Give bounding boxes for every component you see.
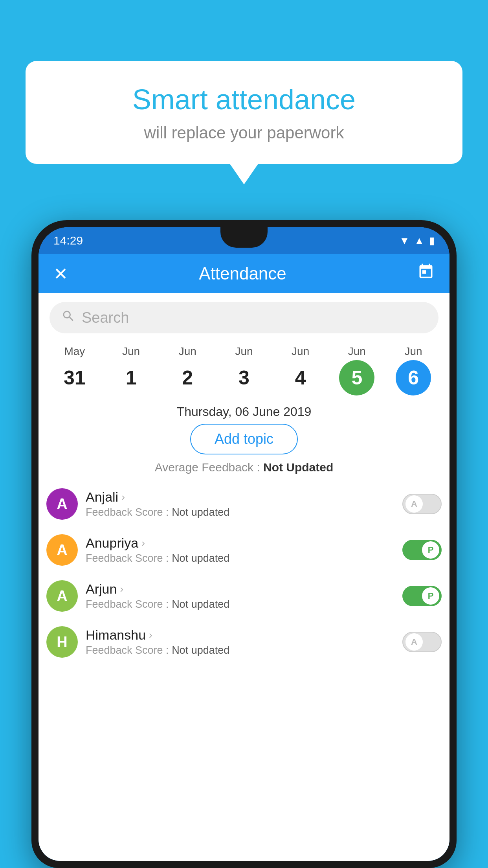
calendar-day[interactable]: Jun5: [339, 345, 374, 395]
student-item[interactable]: AAnupriya ›Feedback Score : Not updatedP: [46, 527, 442, 573]
calendar-day[interactable]: Jun4: [283, 345, 318, 395]
cal-date-number: 2: [170, 360, 205, 395]
app-bar: ✕ Attendance: [39, 254, 449, 293]
search-input-placeholder: Search: [82, 309, 129, 326]
status-time: 14:29: [53, 234, 83, 247]
content-area: Search May31Jun1Jun2Jun3Jun4Jun5Jun6 Thu…: [39, 293, 449, 861]
student-feedback: Feedback Score : Not updated: [86, 644, 394, 657]
speech-bubble-container: Smart attendance will replace your paper…: [26, 61, 462, 164]
toggle-knob: A: [405, 633, 423, 651]
calendar-strip: May31Jun1Jun2Jun3Jun4Jun5Jun6: [39, 337, 449, 397]
calendar-day[interactable]: Jun6: [396, 345, 431, 395]
toggle-knob: P: [422, 587, 439, 605]
calendar-day[interactable]: May31: [57, 345, 92, 395]
cal-month-label: Jun: [404, 345, 422, 358]
bubble-title: Smart attendance: [49, 83, 439, 116]
student-feedback: Feedback Score : Not updated: [86, 506, 394, 519]
attendance-toggle[interactable]: A: [402, 632, 442, 652]
average-feedback: Average Feedback : Not Updated: [39, 461, 449, 474]
student-item[interactable]: AArjun ›Feedback Score : Not updatedP: [46, 573, 442, 619]
app-bar-title: Attendance: [199, 264, 286, 283]
calendar-day[interactable]: Jun3: [226, 345, 262, 395]
cal-date-number: 31: [57, 360, 92, 395]
chevron-icon: ›: [120, 583, 123, 595]
student-item[interactable]: AAnjali ›Feedback Score : Not updatedA: [46, 481, 442, 527]
search-icon: [61, 309, 75, 327]
cal-date-number: 5: [339, 360, 374, 395]
avatar: H: [46, 626, 78, 658]
cal-date-number: 4: [283, 360, 318, 395]
calendar-day[interactable]: Jun2: [170, 345, 205, 395]
student-name: Himanshu ›: [86, 627, 394, 643]
student-list: AAnjali ›Feedback Score : Not updatedAAA…: [39, 481, 449, 665]
student-name: Arjun ›: [86, 581, 394, 597]
chevron-icon: ›: [141, 537, 145, 549]
student-info: Himanshu ›Feedback Score : Not updated: [86, 627, 394, 657]
cal-month-label: Jun: [235, 345, 253, 358]
signal-icon: ▲: [414, 235, 424, 247]
cal-month-label: Jun: [292, 345, 309, 358]
bubble-subtitle: will replace your paperwork: [49, 123, 439, 142]
phone-frame: 14:29 ▼ ▲ ▮ ✕ Attendance: [31, 220, 457, 868]
student-info: Arjun ›Feedback Score : Not updated: [86, 581, 394, 611]
avg-feedback-label: Average Feedback :: [155, 461, 260, 474]
calendar-icon[interactable]: [417, 263, 435, 284]
battery-icon: ▮: [429, 235, 435, 247]
student-feedback: Feedback Score : Not updated: [86, 598, 394, 611]
student-name: Anjali ›: [86, 489, 394, 505]
cal-date-number: 6: [396, 360, 431, 395]
student-feedback: Feedback Score : Not updated: [86, 552, 394, 565]
student-info: Anjali ›Feedback Score : Not updated: [86, 489, 394, 519]
cal-month-label: May: [64, 345, 85, 358]
chevron-icon: ›: [149, 629, 152, 641]
student-item[interactable]: HHimanshu ›Feedback Score : Not updatedA: [46, 619, 442, 665]
avatar: A: [46, 580, 78, 612]
selected-date-label: Thursday, 06 June 2019: [39, 397, 449, 424]
cal-month-label: Jun: [122, 345, 140, 358]
cal-date-number: 1: [114, 360, 149, 395]
search-bar[interactable]: Search: [50, 302, 438, 333]
cal-date-number: 3: [226, 360, 262, 395]
phone-notch: [220, 227, 268, 248]
student-name: Anupriya ›: [86, 535, 394, 551]
avg-feedback-value: Not Updated: [263, 461, 333, 474]
add-topic-button[interactable]: Add topic: [190, 424, 298, 454]
avatar: A: [46, 534, 78, 566]
chevron-icon: ›: [121, 491, 125, 503]
attendance-toggle[interactable]: A: [402, 494, 442, 514]
phone-inner: 14:29 ▼ ▲ ▮ ✕ Attendance: [39, 227, 449, 861]
attendance-toggle[interactable]: P: [402, 540, 442, 560]
cal-month-label: Jun: [348, 345, 366, 358]
calendar-day[interactable]: Jun1: [114, 345, 149, 395]
close-icon[interactable]: ✕: [53, 264, 68, 284]
toggle-knob: P: [422, 541, 439, 559]
avatar: A: [46, 488, 78, 520]
student-info: Anupriya ›Feedback Score : Not updated: [86, 535, 394, 565]
wifi-icon: ▼: [400, 235, 410, 247]
speech-bubble: Smart attendance will replace your paper…: [26, 61, 462, 164]
toggle-knob: A: [405, 495, 423, 513]
cal-month-label: Jun: [179, 345, 196, 358]
attendance-toggle[interactable]: P: [402, 586, 442, 606]
status-icons: ▼ ▲ ▮: [400, 235, 435, 247]
